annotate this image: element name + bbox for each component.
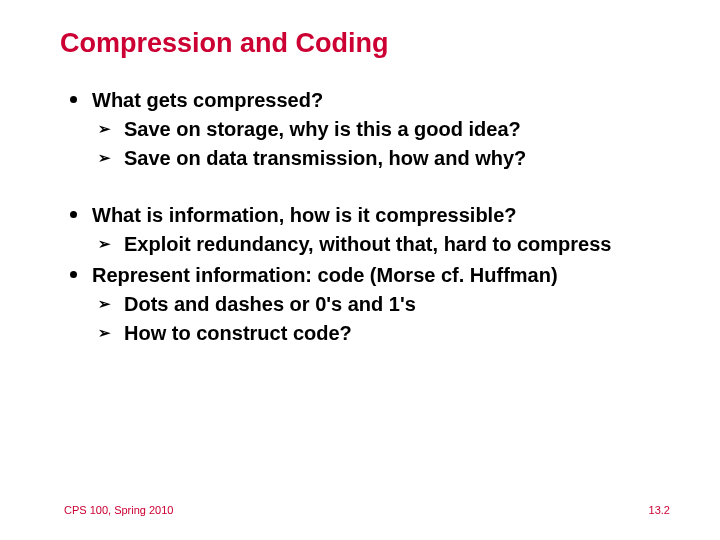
slide-body: What gets compressed? ➢ Save on storage,… [64, 87, 670, 347]
bullet-dot-icon [70, 271, 77, 278]
arrow-icon: ➢ [98, 148, 111, 168]
footer-left: CPS 100, Spring 2010 [64, 504, 173, 516]
sub-bullet: ➢ Exploit redundancy, without that, hard… [92, 231, 670, 258]
arrow-icon: ➢ [98, 234, 111, 254]
sub-bullet: ➢ How to construct code? [92, 320, 670, 347]
slide-title: Compression and Coding [60, 28, 670, 59]
sub-bullet: ➢ Save on storage, why is this a good id… [92, 116, 670, 143]
bullet-group-1: What gets compressed? ➢ Save on storage,… [92, 87, 670, 172]
bullet-text: What is information, how is it compressi… [92, 204, 517, 226]
bullet-group-2: What is information, how is it compressi… [92, 202, 670, 258]
arrow-icon: ➢ [98, 323, 111, 343]
sub-bullet-text: How to construct code? [124, 322, 352, 344]
sub-bullet-text: Exploit redundancy, without that, hard t… [124, 233, 611, 255]
sub-bullet: ➢ Dots and dashes or 0's and 1's [92, 291, 670, 318]
bullet-dot-icon [70, 96, 77, 103]
bullet-text: What gets compressed? [92, 89, 323, 111]
sub-bullet: ➢ Save on data transmission, how and why… [92, 145, 670, 172]
bullet-group-3: Represent information: code (Morse cf. H… [92, 262, 670, 347]
sub-bullet-text: Dots and dashes or 0's and 1's [124, 293, 416, 315]
slide-footer: CPS 100, Spring 2010 13.2 [64, 504, 670, 516]
arrow-icon: ➢ [98, 294, 111, 314]
sub-bullet-text: Save on data transmission, how and why? [124, 147, 526, 169]
sub-bullet-text: Save on storage, why is this a good idea… [124, 118, 521, 140]
bullet-dot-icon [70, 211, 77, 218]
arrow-icon: ➢ [98, 119, 111, 139]
footer-right: 13.2 [649, 504, 670, 516]
bullet-text: Represent information: code (Morse cf. H… [92, 264, 558, 286]
